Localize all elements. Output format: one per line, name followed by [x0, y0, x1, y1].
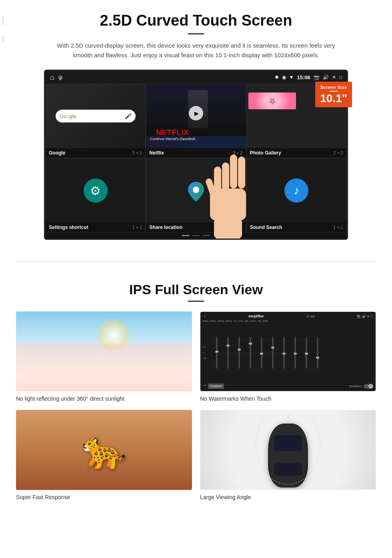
- settings-icon: ⚙: [84, 179, 108, 203]
- svg-rect-13: [215, 351, 218, 353]
- settings-app-name: Settings shortcut: [49, 225, 88, 230]
- no-glare-image: [16, 311, 192, 391]
- maps-icon: [186, 180, 206, 202]
- svg-rect-30: [317, 337, 318, 369]
- google-search-bar[interactable]: Google 🎤: [56, 110, 136, 122]
- section2-divider: [188, 301, 204, 302]
- svg-rect-29: [305, 353, 308, 355]
- svg-rect-14: [227, 337, 229, 369]
- netflix-app-inner: ▶ NETFLIX Continue Marvel's Daredevil: [146, 84, 246, 148]
- sound-search-app-size: 1 × 1: [333, 225, 343, 230]
- loudness-toggle-knob: [368, 384, 373, 389]
- amp-status-bar: ⌂ Amplifier 17:33 📷 🔊 ✕ □: [203, 314, 373, 318]
- amp-back-btn[interactable]: <<: [203, 383, 206, 389]
- app-cell-share-location[interactable]: Share location 1 × 1: [146, 158, 246, 233]
- cheetah-visual: 🐆: [16, 410, 192, 490]
- netflix-logo-area: NETFLIX Continue Marvel's Daredevil: [150, 128, 195, 141]
- google-app-inner: Google 🎤: [46, 84, 145, 148]
- wifi-icon: ▼: [289, 74, 294, 80]
- eq-svg: [212, 333, 324, 373]
- loudness-toggle[interactable]: [364, 384, 373, 389]
- img-card-large-angle: ↑ Large Viewing Angle: [200, 410, 376, 500]
- img-card-no-watermarks: ⌂ Amplifier 17:33 📷 🔊 ✕ □ 60hz 100hz 200…: [200, 311, 376, 402]
- amp-title: Amplifier: [248, 314, 264, 318]
- dot-inactive-2: [202, 235, 210, 236]
- netflix-app-size: 3 × 2: [233, 151, 243, 155]
- camera-icon: 📷: [314, 74, 320, 80]
- badge-label: Screen Size: [320, 85, 347, 90]
- app-cell-settings[interactable]: ⚙ Settings shortcut 1 × 1: [45, 158, 146, 233]
- section-ips: IPS Full Screen View No light reflecting…: [0, 274, 392, 512]
- app-cell-google[interactable]: Google 🎤 Google 3 × 1: [45, 84, 146, 158]
- svg-rect-18: [250, 337, 251, 369]
- netflix-logo-text: NETFLIX: [150, 128, 195, 137]
- amp-freq-labels: 60hz 100hz 200hz 500hz 1k 2.5k 10k 12.5k…: [203, 320, 373, 322]
- device-mockup: Screen Size 10.1" ⌂ ψ ✱ ◉ ▼ 15:06 📷: [44, 70, 348, 240]
- svg-rect-4: [214, 167, 221, 193]
- settings-label-bar: Settings shortcut 1 × 1: [46, 223, 145, 232]
- device-screen: ⌂ ψ ✱ ◉ ▼ 15:06 📷 🔊 ✕ □: [44, 70, 348, 240]
- badge-size-value: 10.1": [320, 93, 347, 104]
- netflix-play-button[interactable]: ▶: [189, 106, 203, 120]
- svg-point-32: [256, 410, 320, 484]
- close-icon: ✕: [332, 74, 336, 80]
- svg-rect-2: [230, 155, 237, 189]
- photo-thumb-1: 🌸: [248, 92, 296, 109]
- section1-description: With 2.5D curved-display screen, this de…: [56, 41, 336, 60]
- section1-divider: [188, 33, 204, 34]
- img-card-fast-response: 🐆 Super Fast Response: [16, 410, 192, 500]
- section-divider: [16, 261, 376, 262]
- status-bar: ⌂ ψ ✱ ◉ ▼ 15:06 📷 🔊 ✕ □: [45, 71, 347, 84]
- app-cell-netflix[interactable]: ▶ NETFLIX Continue Marvel's Daredevil Ne…: [146, 84, 246, 158]
- google-label-bar: Google 3 × 1: [46, 148, 145, 158]
- mic-icon: 🎤: [125, 113, 132, 119]
- svg-rect-23: [271, 347, 274, 349]
- no-glare-caption: No light reflecting under 360° direct su…: [16, 395, 192, 402]
- section1-title: 2.5D Curved Touch Screen: [24, 12, 368, 29]
- amp-custom-btn[interactable]: Custom: [208, 383, 224, 389]
- status-right: ✱ ◉ ▼ 15:06 📷 🔊 ✕ □: [275, 74, 342, 80]
- amplifier-screen: ⌂ Amplifier 17:33 📷 🔊 ✕ □ 60hz 100hz 200…: [200, 312, 376, 391]
- svg-rect-3: [238, 157, 245, 189]
- google-logo: Google: [60, 113, 76, 119]
- img-card-no-glare: No light reflecting under 360° direct su…: [16, 311, 192, 402]
- svg-rect-15: [226, 345, 230, 347]
- netflix-label-bar: Netflix 3 × 2: [146, 148, 246, 158]
- photo-gallery-app-name: Photo Gallery: [250, 150, 281, 156]
- fast-response-caption: Super Fast Response: [16, 494, 192, 500]
- svg-rect-6: [210, 189, 246, 221]
- volume-icon: 🔊: [323, 74, 329, 80]
- dot-active: [182, 235, 190, 236]
- svg-rect-21: [260, 353, 263, 355]
- app-cell-sound-search[interactable]: ♪ Sound Search 1 × 1: [246, 158, 347, 233]
- amp-time: 17:33: [306, 315, 314, 318]
- svg-rect-22: [272, 337, 274, 369]
- sound-search-app-name: Sound Search: [250, 225, 282, 230]
- photo-gallery-app-size: 2 × 2: [333, 151, 343, 155]
- large-angle-caption: Large Viewing Angle: [200, 494, 376, 500]
- eq-sliders: 10 0 -10: [203, 323, 373, 382]
- settings-app-inner: ⚙: [46, 159, 145, 223]
- dot-inactive-1: [192, 235, 200, 236]
- share-location-app-size: 1 × 1: [233, 225, 243, 230]
- cheetah-icon: 🐆: [82, 429, 126, 471]
- large-angle-image: ↑: [200, 410, 376, 490]
- no-watermarks-caption: No Watermarks When Touch: [200, 395, 376, 402]
- sound-search-inner: ♪: [247, 159, 346, 223]
- viewing-angle-arc: [252, 410, 324, 488]
- scroll-dots: [45, 233, 347, 239]
- status-time: 15:06: [297, 74, 310, 80]
- loudness-label: loudness: [349, 384, 362, 388]
- location-icon: ◉: [282, 74, 286, 80]
- amp-home-icon: ⌂: [204, 315, 206, 318]
- svg-rect-25: [282, 353, 286, 355]
- share-location-label-bar: Share location 1 × 1: [146, 223, 246, 232]
- netflix-sub-text: Continue Marvel's Daredevil: [150, 137, 195, 141]
- home-icon[interactable]: ⌂: [50, 73, 54, 82]
- badge-divider-line: [330, 91, 338, 92]
- ips-image-grid: No light reflecting under 360° direct su…: [16, 311, 376, 500]
- sound-search-icon: ♪: [284, 179, 308, 203]
- amp-bottom-controls: << Custom loudness: [203, 383, 373, 389]
- section-curved-screen: 2.5D Curved Touch Screen With 2.5D curve…: [0, 0, 392, 249]
- settings-app-size: 1 × 1: [132, 225, 142, 230]
